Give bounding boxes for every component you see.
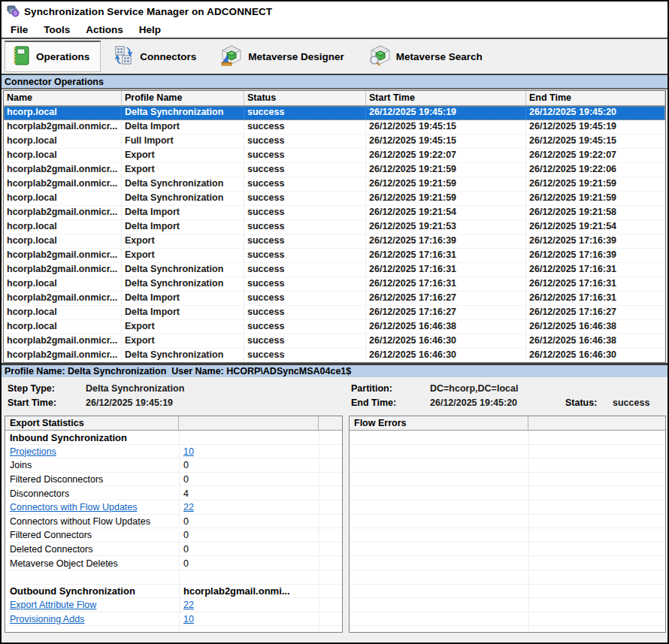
stat-value[interactable]: 22 bbox=[179, 502, 319, 512]
table-cell-profile: Delta Synchronization bbox=[122, 192, 244, 206]
table-cell-status: success bbox=[244, 163, 366, 177]
partition-label: Partition: bbox=[351, 383, 430, 394]
table-cell-profile: Delta Synchronization bbox=[122, 277, 244, 292]
table-cell-start: 26/12/2025 19:21:53 bbox=[366, 220, 526, 234]
step-type-value: Delta Synchronization bbox=[86, 383, 351, 394]
flow-errors-header-label[interactable]: Flow Errors bbox=[350, 416, 528, 430]
stat-value: 0 bbox=[179, 460, 319, 470]
metaverse-designer-button[interactable]: Metaverse Designer bbox=[213, 41, 356, 72]
stat-value[interactable]: 10 bbox=[179, 614, 319, 624]
stat-label[interactable]: Provisioning Adds bbox=[5, 614, 179, 624]
stat-row: Disconnectors4 bbox=[5, 486, 342, 500]
flow-errors-panel: Flow Errors bbox=[349, 416, 666, 633]
stat-label: Connectors without Flow Updates bbox=[5, 516, 179, 527]
export-statistics-body: Inbound SynchronizationProjections10Join… bbox=[5, 431, 342, 632]
operations-table: NameProfile NameStatusStart TimeEnd Time… bbox=[3, 90, 666, 363]
table-cell-name: hcorp.local bbox=[4, 149, 122, 163]
connectors-button[interactable]: Connectors bbox=[107, 41, 207, 72]
table-row[interactable]: hcorplab2gmail.onmicr...Delta Synchroniz… bbox=[4, 349, 665, 363]
table-cell-end: 26/12/2025 19:45:19 bbox=[526, 120, 665, 135]
table-row[interactable]: hcorplab2gmail.onmicr...Exportsuccess26/… bbox=[4, 163, 665, 177]
stat-row: Provisioning Adds10 bbox=[5, 612, 342, 627]
table-cell-end: 26/12/2025 16:46:30 bbox=[526, 349, 665, 363]
stat-row: Connectors with Flow Updates22 bbox=[5, 500, 342, 515]
table-cell-status: success bbox=[244, 263, 366, 277]
metaverse-designer-icon bbox=[220, 44, 243, 69]
column-header[interactable]: Profile Name bbox=[122, 91, 244, 105]
table-row[interactable]: hcorplab2gmail.onmicr...Exportsuccess26/… bbox=[4, 334, 665, 349]
table-cell-profile: Delta Import bbox=[122, 206, 244, 220]
operations-table-header: NameProfile NameStatusStart TimeEnd Time bbox=[4, 91, 665, 106]
table-row[interactable]: hcorp.localDelta Synchronizationsuccess2… bbox=[4, 277, 665, 292]
stat-row: Filtered Connectors0 bbox=[5, 528, 342, 543]
connectors-label: Connectors bbox=[140, 51, 196, 62]
table-cell-start: 26/12/2025 17:16:39 bbox=[366, 234, 526, 249]
operations-label: Operations bbox=[36, 51, 89, 62]
stat-label[interactable]: Export Attribute Flow bbox=[5, 600, 179, 610]
stat-value: 0 bbox=[179, 558, 319, 569]
table-cell-start: 26/12/2025 17:16:27 bbox=[366, 306, 526, 320]
table-cell-end: 26/12/2025 19:21:59 bbox=[526, 177, 665, 192]
stat-value[interactable]: 10 bbox=[179, 446, 319, 457]
table-cell-name: hcorplab2gmail.onmicr... bbox=[4, 334, 122, 349]
column-header[interactable]: Status bbox=[244, 91, 366, 105]
table-row[interactable]: hcorplab2gmail.onmicr...Delta Synchroniz… bbox=[4, 177, 665, 192]
table-cell-status: success bbox=[244, 106, 366, 120]
export-statistics-header-value-col[interactable] bbox=[179, 416, 319, 430]
start-time-label: Start Time: bbox=[8, 398, 86, 408]
menu-tools[interactable]: Tools bbox=[44, 23, 78, 37]
stat-value: 0 bbox=[179, 516, 319, 527]
end-time-label: End Time: bbox=[351, 398, 430, 408]
stat-value[interactable]: 22 bbox=[179, 600, 319, 610]
column-header[interactable]: Start Time bbox=[366, 91, 526, 105]
metaverse-search-button[interactable]: Metaverse Search bbox=[362, 41, 494, 72]
menu-actions[interactable]: Actions bbox=[86, 23, 132, 37]
column-header[interactable]: Name bbox=[4, 91, 122, 105]
table-cell-profile: Delta Synchronization bbox=[122, 263, 244, 277]
table-cell-profile: Full Import bbox=[122, 135, 244, 149]
table-row[interactable]: hcorp.localDelta Synchronizationsuccess2… bbox=[4, 192, 665, 206]
table-row[interactable]: hcorp.localDelta Synchronizationsuccess2… bbox=[4, 106, 665, 120]
stat-row: Connectors without Flow Updates0 bbox=[5, 515, 342, 529]
table-cell-profile: Delta Import bbox=[122, 120, 244, 135]
table-row[interactable]: hcorplab2gmail.onmicr...Exportsuccess26/… bbox=[4, 249, 665, 263]
table-row[interactable]: hcorp.localExportsuccess26/12/2025 16:46… bbox=[4, 320, 665, 334]
table-row[interactable]: hcorp.localExportsuccess26/12/2025 17:16… bbox=[4, 234, 665, 249]
table-cell-name: hcorp.local bbox=[4, 135, 122, 149]
table-cell-status: success bbox=[244, 220, 366, 234]
table-row[interactable]: hcorp.localFull Importsuccess26/12/2025 … bbox=[4, 135, 665, 149]
table-cell-profile: Delta Import bbox=[122, 292, 244, 306]
stat-label[interactable]: Connectors with Flow Updates bbox=[5, 502, 179, 512]
table-cell-name: hcorplab2gmail.onmicr... bbox=[4, 349, 122, 363]
stat-label: Disconnectors bbox=[5, 488, 179, 499]
table-cell-start: 26/12/2025 17:16:31 bbox=[366, 249, 526, 263]
stat-label: Metaverse Object Deletes bbox=[5, 558, 179, 569]
menu-file[interactable]: File bbox=[11, 23, 36, 37]
table-row[interactable]: hcorplab2gmail.onmicr...Delta Synchroniz… bbox=[4, 263, 665, 277]
export-statistics-header-label[interactable]: Export Statistics bbox=[5, 416, 179, 430]
table-cell-name: hcorplab2gmail.onmicr... bbox=[4, 263, 122, 277]
table-row[interactable]: hcorplab2gmail.onmicr...Delta Importsucc… bbox=[4, 120, 665, 135]
sync-manager-app-icon bbox=[7, 5, 20, 17]
stat-row: Metaverse Object Deletes0 bbox=[5, 556, 342, 570]
column-header[interactable]: End Time bbox=[526, 91, 665, 105]
table-row[interactable]: hcorp.localExportsuccess26/12/2025 19:22… bbox=[4, 149, 665, 163]
stat-row bbox=[5, 570, 342, 585]
stat-label[interactable]: Projections bbox=[5, 446, 179, 457]
table-cell-name: hcorplab2gmail.onmicr... bbox=[4, 163, 122, 177]
table-cell-start: 26/12/2025 19:21:54 bbox=[366, 206, 526, 220]
stat-value: 0 bbox=[179, 474, 319, 485]
menu-help[interactable]: Help bbox=[139, 23, 169, 37]
table-cell-end: 26/12/2025 16:46:38 bbox=[526, 320, 665, 334]
table-cell-status: success bbox=[244, 192, 366, 206]
table-row[interactable]: hcorplab2gmail.onmicr...Delta Importsucc… bbox=[4, 206, 665, 220]
table-cell-start: 26/12/2025 16:46:30 bbox=[366, 349, 526, 363]
operations-button[interactable]: Operations bbox=[5, 41, 101, 72]
table-cell-end: 26/12/2025 17:16:39 bbox=[526, 249, 665, 263]
table-row[interactable]: hcorp.localDelta Importsuccess26/12/2025… bbox=[4, 306, 665, 320]
table-row[interactable]: hcorp.localDelta Importsuccess26/12/2025… bbox=[4, 220, 665, 234]
table-cell-start: 26/12/2025 19:45:15 bbox=[366, 135, 526, 149]
stat-row: Outbound Synchronizationhcorplab2gmail.o… bbox=[5, 585, 342, 599]
table-row[interactable]: hcorplab2gmail.onmicr...Delta Importsucc… bbox=[4, 292, 665, 306]
partition-value: DC=hcorp,DC=local bbox=[430, 383, 565, 394]
